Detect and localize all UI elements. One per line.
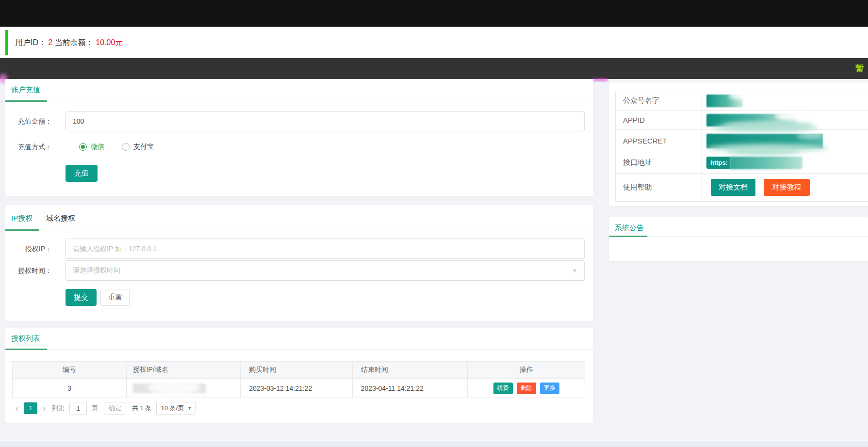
censor-smudge [775, 112, 819, 121]
pagination: ‹ 1 › 到第 页 确定 共 1 条 10 条/页 ▼ [12, 402, 196, 415]
amount-input[interactable] [66, 111, 585, 131]
announcement-marquee-bar: 暂 [0, 58, 868, 79]
recharge-title-underline [5, 100, 47, 102]
censor-smudge [712, 124, 819, 132]
auth-time-label: 授权时间： [5, 267, 52, 275]
method-label: 充值方式： [5, 143, 52, 152]
reset-button[interactable]: 重置 [100, 289, 130, 306]
account-info-card: 公众号名字 APPID APPSECRET 接口地址 [609, 82, 868, 206]
api-url-value: https: [702, 152, 868, 173]
auth-ip-label: 授权IP： [5, 245, 52, 254]
censored-ip-blur [133, 383, 206, 393]
alipay-radio-label[interactable]: 支付宝 [133, 143, 154, 151]
auth-list-header: 授权列表 [5, 328, 593, 350]
ip-auth-tab-underline [5, 229, 39, 231]
wechat-radio-label[interactable]: 微信 [91, 143, 104, 151]
col-header-id: 编号 [13, 362, 127, 379]
info-row-name: 公众号名字 [616, 91, 868, 111]
user-id-label: 用户ID： [15, 38, 46, 47]
col-header-buy-time: 购买时间 [241, 362, 353, 379]
censor-smudge [726, 148, 799, 155]
official-account-name-value [702, 91, 868, 110]
usage-help-label: 使用帮助 [616, 174, 702, 201]
page-size-value: 10 条/页 [161, 404, 184, 413]
api-url-label: 接口地址 [616, 152, 702, 173]
cell-id: 3 [13, 379, 127, 398]
recharge-card-title: 账户充值 [11, 85, 40, 95]
goto-confirm-button[interactable]: 确定 [104, 402, 126, 415]
balance-label: 当前余额： [55, 38, 94, 47]
cell-buy-time: 2023-03-12 14:21:22 [241, 379, 353, 398]
alipay-radio[interactable] [122, 143, 130, 151]
goto-prefix: 到第 [52, 404, 65, 413]
auth-time-select[interactable]: 请选择授权时间 ▼ [66, 260, 585, 281]
auth-time-placeholder: 请选择授权时间 [73, 266, 120, 275]
cell-end-time: 2023-04-11 14:21:22 [353, 379, 468, 398]
user-info-text: 用户ID： 2 当前余额： 10.00元 [15, 27, 123, 58]
api-url-prefix: https: [706, 157, 730, 169]
auth-table-header-row: 编号 授权IP/域名 购买时间 结束时间 操作 [13, 362, 585, 379]
auth-table: 编号 授权IP/域名 购买时间 结束时间 操作 3 2023-03-12 14:… [12, 361, 585, 398]
tab-domain-auth[interactable]: 域名授权 [46, 214, 75, 223]
renew-button[interactable]: 续费 [493, 383, 513, 394]
payment-method-radio-group: 微信 支付宝 [79, 142, 154, 152]
col-header-actions: 操作 [468, 362, 585, 379]
recharge-card: 账户充值 充值金额： 充值方式： 微信 支付宝 充值 [5, 79, 593, 196]
censor-smudge [729, 91, 763, 100]
page-size-select[interactable]: 10 条/页 ▼ [156, 402, 196, 415]
auth-tabs-header: IP授权 域名授权 [5, 205, 593, 230]
tab-ip-auth[interactable]: IP授权 [11, 214, 33, 223]
total-count: 共 1 条 [132, 404, 151, 413]
prev-page-icon[interactable]: ‹ [12, 403, 22, 414]
auth-list-title: 授权列表 [11, 334, 40, 343]
censored-value-blob [730, 157, 802, 169]
col-header-ip: 授权IP/域名 [127, 362, 241, 379]
next-page-icon[interactable]: › [39, 403, 49, 414]
auth-ip-input[interactable] [66, 239, 585, 259]
decor-magenta-glow [593, 79, 608, 81]
recharge-card-header: 账户充值 [5, 79, 593, 101]
cell-ip-censored [127, 379, 241, 398]
system-notice-card: 系统公告 [609, 217, 868, 261]
censor-smudge [797, 133, 823, 139]
account-info-table: 公众号名字 APPID APPSECRET 接口地址 [615, 91, 868, 202]
auth-list-underline [5, 349, 47, 350]
tutorial-button[interactable]: 对接教程 [764, 179, 810, 196]
marquee-text: 暂 [855, 58, 864, 79]
notice-card-title: 系统公告 [615, 224, 644, 233]
table-row: 3 2023-03-12 14:21:22 2023-04-11 14:21:2… [13, 379, 585, 398]
page-1-button[interactable]: 1 [24, 402, 37, 414]
official-account-name-label: 公众号名字 [616, 91, 702, 110]
user-bar-accent [5, 30, 8, 55]
ip-auth-card: IP授权 域名授权 授权IP： 授权时间： 请选择授权时间 ▼ 提交 重置 [5, 205, 593, 321]
notice-title-underline [609, 236, 647, 237]
goto-suffix: 页 [92, 404, 98, 413]
wechat-radio[interactable] [79, 143, 87, 151]
user-info-bar: 用户ID： 2 当前余额： 10.00元 [0, 27, 868, 58]
auth-list-card: 授权列表 编号 授权IP/域名 购买时间 结束时间 操作 3 2023-03-1… [5, 328, 593, 423]
caret-down-icon: ▼ [572, 268, 577, 273]
amount-label: 充值金额： [5, 117, 52, 126]
goto-page-input[interactable] [69, 402, 87, 415]
info-row-help: 使用帮助 对接文档 对接教程 [616, 174, 868, 202]
appsecret-value [702, 130, 868, 152]
col-header-end-time: 结束时间 [353, 362, 468, 379]
cell-actions: 续费 删除 更换 [468, 379, 585, 398]
appsecret-label: APPSECRET [616, 130, 702, 152]
top-navigation-bar [0, 0, 868, 27]
usage-help-buttons: 对接文档 对接教程 [702, 174, 868, 201]
recharge-button[interactable]: 充值 [66, 165, 98, 182]
appid-label: APPID [616, 111, 702, 129]
caret-down-icon: ▼ [187, 406, 192, 411]
user-id-value: 2 [48, 38, 52, 47]
api-doc-button[interactable]: 对接文档 [711, 179, 755, 196]
footer-strip [0, 440, 868, 447]
info-row-api-url: 接口地址 https: [616, 152, 868, 174]
swap-button[interactable]: 更换 [540, 383, 559, 394]
delete-button[interactable]: 删除 [517, 383, 536, 394]
balance-value: 10.00元 [96, 38, 123, 47]
submit-button[interactable]: 提交 [66, 289, 97, 306]
notice-card-header: 系统公告 [609, 217, 868, 237]
